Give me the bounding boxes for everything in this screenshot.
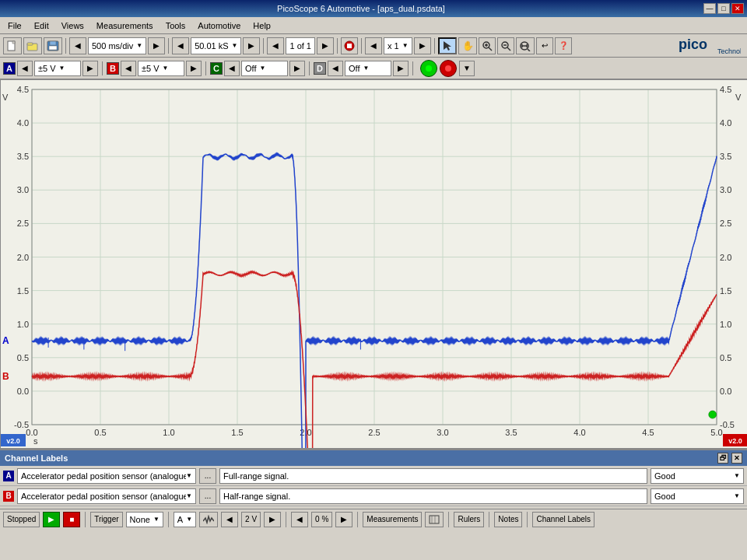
zoom-in-button[interactable] — [479, 37, 496, 54]
osc-canvas[interactable] — [1, 80, 747, 448]
timebase-prev-button[interactable]: ◀ — [69, 37, 86, 54]
play-button[interactable]: ▶ — [43, 512, 60, 527]
channel-b-next[interactable]: ▶ — [186, 61, 202, 76]
zoom-next-button[interactable]: ▶ — [414, 37, 431, 54]
trigger-arrow: ▼ — [153, 516, 160, 523]
channel-labels-header-controls: 🗗 ✕ — [717, 453, 742, 464]
zoom-out-button[interactable] — [497, 37, 514, 54]
channel-b-prev[interactable]: ◀ — [121, 61, 136, 76]
capture-next-button[interactable]: ▶ — [317, 37, 334, 54]
timebase-dropdown[interactable]: 500 ms/div ▼ — [88, 37, 146, 54]
menu-help[interactable]: Help — [247, 19, 277, 32]
menu-automotive[interactable]: Automotive — [191, 19, 247, 32]
new-button[interactable] — [3, 37, 22, 54]
stop-icon-button[interactable] — [341, 37, 358, 54]
channel-c-next[interactable]: ▶ — [289, 61, 305, 76]
menu-measurements[interactable]: Measurements — [90, 19, 160, 32]
range-next-button[interactable]: ▶ — [264, 512, 281, 527]
maximize-button[interactable]: □ — [717, 3, 730, 14]
svg-rect-6 — [49, 46, 57, 50]
percent-next-button[interactable]: ▶ — [335, 512, 352, 527]
save-button[interactable] — [44, 37, 62, 54]
record-red-button[interactable] — [440, 60, 457, 77]
svg-marker-1 — [12, 41, 15, 44]
svg-text:✋: ✋ — [462, 40, 474, 51]
stop-button[interactable]: ■ — [63, 512, 80, 527]
percent-display: 0 % — [311, 512, 332, 527]
cl-description-b: Half-range signal. — [219, 488, 647, 504]
menu-edit[interactable]: Edit — [28, 19, 55, 32]
samples-prev-button[interactable]: ◀ — [172, 37, 189, 54]
zoom-prev-button[interactable]: ◀ — [365, 37, 382, 54]
channel-d-label[interactable]: D — [314, 62, 326, 75]
sb-sep-5 — [448, 512, 449, 527]
zoom-time-button[interactable] — [516, 37, 535, 54]
cl-channel-b: B — [3, 491, 14, 502]
channel-toolbar: A ◀ ±5 V ▼ ▶ B ◀ ±5 V ▼ ▶ C ◀ Off ▼ ▶ D … — [0, 58, 747, 79]
cl-sensor-a-dropdown[interactable]: Accelerator pedal position sensor (analo… — [17, 468, 196, 484]
range-prev-button[interactable]: ◀ — [221, 512, 238, 527]
close-button[interactable]: ✕ — [731, 3, 744, 14]
sb-sep-2 — [168, 512, 169, 527]
percent-prev-button[interactable]: ◀ — [291, 512, 308, 527]
channel-b-label[interactable]: B — [107, 62, 119, 75]
zoom-arrow: ▼ — [402, 42, 409, 49]
notes-button[interactable]: Notes — [494, 512, 522, 527]
select-tool-button[interactable] — [438, 37, 457, 54]
measurements-button[interactable]: Measurements — [363, 512, 422, 527]
sb-sep-1 — [85, 512, 86, 527]
channel-d-next[interactable]: ▶ — [393, 61, 409, 76]
cl-close-button[interactable]: ✕ — [731, 453, 742, 464]
samples-next-button[interactable]: ▶ — [243, 37, 260, 54]
channel-d-prev[interactable]: ◀ — [328, 61, 343, 76]
channel-labels-panel: Channel Labels 🗗 ✕ A Accelerator pedal p… — [0, 449, 747, 509]
channel-a-range[interactable]: ±5 V ▼ — [34, 61, 81, 76]
toolbar-sep-1 — [65, 38, 66, 54]
channel-label-row-a: A Accelerator pedal position sensor (ana… — [0, 466, 747, 486]
trigger-mode-dropdown[interactable]: None ▼ — [126, 512, 163, 527]
drag-tool-button[interactable]: ✋ — [458, 37, 477, 54]
zoom-dropdown[interactable]: x 1 ▼ — [384, 37, 412, 54]
cl-sensor-b-arrow: ▼ — [186, 492, 192, 499]
channel-a-arrow: ▼ — [59, 65, 65, 72]
channel-labels-button[interactable]: Channel Labels — [532, 512, 594, 527]
record-menu-button[interactable]: ▼ — [459, 61, 475, 76]
cl-quality-a-dropdown[interactable]: Good ▼ — [651, 468, 744, 484]
record-green-button[interactable] — [420, 60, 437, 77]
ch-select-dropdown[interactable]: A ▼ — [174, 512, 196, 527]
titlebar-controls[interactable]: — □ ✕ — [703, 3, 744, 14]
channel-a-next[interactable]: ▶ — [82, 61, 98, 76]
channel-labels-title: Channel Labels — [5, 453, 68, 463]
rulers-button[interactable]: Rulers — [454, 512, 484, 527]
channel-d-mode[interactable]: Off ▼ — [345, 61, 391, 76]
cl-dots-b-button[interactable]: ... — [199, 488, 216, 504]
cl-quality-b-dropdown[interactable]: Good ▼ — [651, 488, 744, 504]
cl-sensor-b-dropdown[interactable]: Accelerator pedal position sensor (analo… — [17, 488, 196, 504]
channel-c-mode[interactable]: Off ▼ — [241, 61, 288, 76]
undo-button[interactable]: ↩ — [536, 37, 553, 54]
channel-c-label[interactable]: C — [210, 62, 223, 75]
menu-file[interactable]: File — [2, 19, 28, 32]
channel-b-range[interactable]: ±5 V ▼ — [138, 61, 184, 76]
cl-restore-button[interactable]: 🗗 — [717, 453, 728, 464]
cl-dots-a-button[interactable]: ... — [199, 468, 216, 484]
cl-quality-a-arrow: ▼ — [734, 472, 740, 479]
capture-prev-button[interactable]: ◀ — [267, 37, 284, 54]
timebase-next-button[interactable]: ▶ — [148, 37, 165, 54]
main-toolbar: ◀ 500 ms/div ▼ ▶ ◀ 50.01 kS ▼ ▶ ◀ 1 of 1… — [0, 34, 747, 58]
channel-a-prev[interactable]: ◀ — [17, 61, 33, 76]
svg-line-19 — [528, 49, 530, 51]
help-button[interactable]: ❓ — [555, 37, 572, 54]
channel-d-arrow: ▼ — [363, 65, 369, 72]
channel-c-prev[interactable]: ◀ — [224, 61, 240, 76]
samples-dropdown[interactable]: 50.01 kS ▼ — [191, 37, 241, 54]
measurements-icon-button[interactable] — [425, 512, 444, 527]
svg-text:Technology: Technology — [717, 47, 741, 55]
svg-line-16 — [507, 47, 510, 51]
menu-views[interactable]: Views — [55, 19, 90, 32]
menu-tools[interactable]: Tools — [160, 19, 192, 32]
channel-a-label[interactable]: A — [3, 62, 16, 75]
minimize-button[interactable]: — — [703, 3, 716, 14]
open-button[interactable] — [23, 37, 42, 54]
toolbar-sep-6 — [434, 38, 435, 54]
